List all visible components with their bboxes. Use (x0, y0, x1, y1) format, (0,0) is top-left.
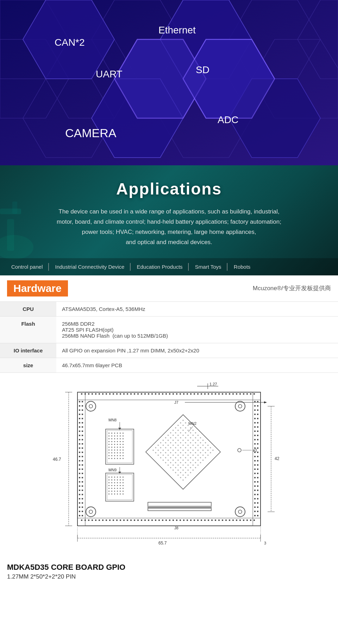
svg-rect-543 (165, 462, 166, 463)
svg-text:MN2: MN2 (188, 421, 196, 426)
svg-text:SD: SD (196, 64, 209, 75)
svg-rect-180 (254, 464, 256, 466)
svg-rect-309 (114, 449, 115, 451)
nav-item-robots[interactable]: Robots (230, 264, 255, 270)
svg-rect-519 (175, 462, 176, 463)
svg-rect-483 (190, 462, 191, 463)
svg-rect-407 (210, 452, 211, 453)
svg-rect-106 (79, 456, 80, 457)
svg-rect-143 (82, 494, 83, 495)
svg-rect-398 (187, 429, 189, 431)
svg-point-259 (89, 404, 93, 408)
svg-rect-410 (182, 429, 184, 431)
svg-rect-214 (106, 519, 107, 521)
svg-rect-181 (257, 464, 258, 466)
svg-rect-237 (187, 519, 188, 521)
svg-rect-182 (254, 468, 256, 470)
svg-rect-308 (111, 449, 112, 451)
svg-rect-234 (176, 519, 177, 521)
svg-rect-528 (162, 454, 164, 456)
svg-rect-426 (187, 439, 189, 441)
nav-item-education[interactable]: Education Products (133, 264, 187, 270)
svg-rect-449 (175, 437, 176, 438)
svg-rect-107 (79, 460, 80, 461)
svg-rect-394 (212, 449, 214, 451)
spec-row-flash: Flash 256MB DDR2AT25 SPI FLASH(opt)256MB… (0, 316, 338, 343)
svg-rect-163 (257, 426, 258, 428)
svg-rect-56 (141, 393, 142, 395)
svg-point-258 (86, 401, 96, 411)
svg-rect-497 (190, 467, 191, 468)
svg-rect-290 (111, 441, 112, 442)
svg-rect-297 (114, 444, 115, 445)
svg-rect-437 (180, 437, 181, 438)
spec-value-size: 46.7x65.7mm 6layer PCB (56, 358, 338, 372)
svg-rect-85 (243, 393, 244, 395)
svg-rect-422 (177, 429, 179, 431)
svg-rect-317 (120, 452, 121, 453)
svg-rect-406 (207, 449, 209, 451)
svg-rect-100 (79, 431, 80, 432)
svg-rect-101 (79, 435, 80, 436)
svg-rect-412 (187, 434, 189, 436)
svg-rect-84 (239, 393, 241, 395)
svg-rect-142 (82, 490, 83, 491)
svg-rect-209 (88, 519, 89, 521)
svg-rect-447 (170, 432, 171, 433)
pcb-diagram: 1.27 (49, 380, 289, 549)
svg-text:46.7: 46.7 (53, 457, 61, 462)
svg-rect-170 (254, 443, 256, 445)
svg-rect-491 (175, 452, 176, 453)
svg-rect-485 (195, 467, 196, 468)
svg-point-262 (86, 507, 96, 517)
svg-rect-328 (117, 458, 118, 459)
svg-rect-280 (117, 435, 118, 436)
svg-rect-128 (82, 431, 83, 432)
svg-rect-526 (157, 449, 159, 451)
svg-rect-480 (182, 454, 184, 456)
svg-rect-256 (254, 519, 255, 521)
left-connector-dots (79, 401, 83, 516)
svg-rect-408 (177, 425, 179, 426)
svg-rect-54 (134, 393, 135, 395)
svg-rect-487 (165, 442, 166, 443)
svg-rect-417 (200, 447, 201, 448)
svg-rect-238 (190, 519, 192, 521)
svg-rect-533 (175, 467, 176, 468)
nav-item-control-panel[interactable]: Control panel (7, 264, 47, 270)
svg-rect-144 (82, 498, 83, 499)
svg-rect-530 (167, 459, 169, 461)
svg-rect-118 (79, 506, 80, 508)
svg-rect-325 (108, 458, 109, 459)
svg-rect-393 (210, 447, 211, 448)
svg-rect-402 (197, 439, 199, 441)
svg-rect-141 (82, 485, 83, 487)
svg-rect-338 (114, 477, 115, 478)
svg-rect-175 (257, 452, 258, 453)
svg-rect-414 (192, 439, 194, 441)
svg-rect-277 (108, 435, 109, 436)
svg-rect-156 (254, 414, 256, 415)
svg-rect-503 (170, 452, 171, 453)
svg-rect-493 (180, 457, 181, 458)
svg-rect-421 (175, 427, 176, 428)
svg-rect-149 (253, 392, 261, 526)
svg-rect-218 (120, 519, 121, 521)
svg-rect-518 (173, 459, 174, 461)
svg-rect-47 (109, 393, 111, 395)
svg-rect-67 (180, 393, 181, 395)
svg-marker-91 (264, 401, 267, 403)
svg-rect-549 (180, 477, 181, 478)
nav-item-smart-toys[interactable]: Smart Toys (191, 264, 226, 270)
svg-rect-201 (257, 506, 258, 508)
svg-rect-419 (205, 452, 206, 453)
svg-rect-113 (79, 485, 80, 487)
svg-rect-53 (130, 393, 132, 395)
svg-rect-337 (111, 477, 112, 478)
svg-rect-112 (79, 481, 80, 483)
svg-rect-190 (254, 485, 256, 487)
nav-item-industrial[interactable]: Industrial Connectivity Device (51, 264, 129, 270)
svg-rect-176 (254, 456, 256, 457)
svg-rect-508 (182, 464, 184, 466)
svg-rect-319 (108, 455, 109, 456)
